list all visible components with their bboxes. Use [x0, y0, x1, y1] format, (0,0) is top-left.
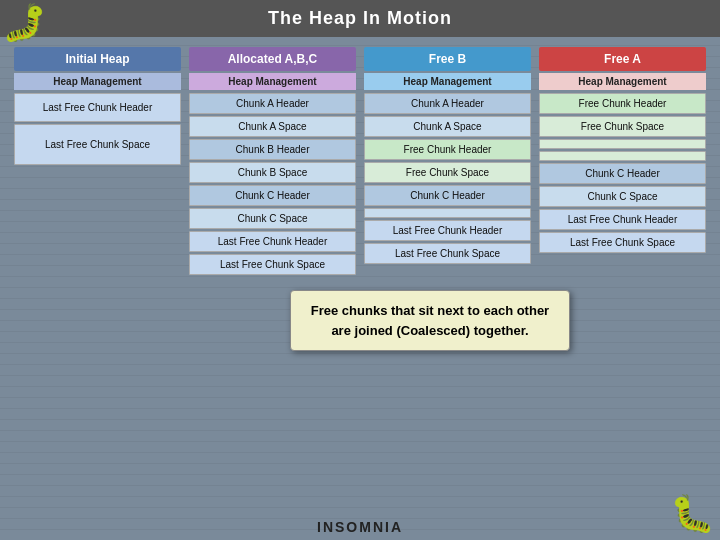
- cell-free-a-7: Last Free Chunk Space: [539, 232, 706, 253]
- cell-allocated-5: Chunk C Space: [189, 208, 356, 229]
- cell-allocated-3: Chunk B Space: [189, 162, 356, 183]
- column-allocated: Allocated A,B,CHeap ManagementChunk A He…: [189, 47, 356, 507]
- col-header-free-a: Free A: [539, 47, 706, 71]
- cell-free-b-7: Last Free Chunk Space: [364, 243, 531, 264]
- mgmt-bar-initial: Heap Management: [14, 73, 181, 90]
- cell-free-b-0: Chunk A Header: [364, 93, 531, 114]
- col-header-free-b: Free B: [364, 47, 531, 71]
- col-header-allocated: Allocated A,B,C: [189, 47, 356, 71]
- cell-allocated-4: Chunk C Header: [189, 185, 356, 206]
- mgmt-bar-free-b: Heap Management: [364, 73, 531, 90]
- main-content: Initial HeapHeap ManagementLast Free Chu…: [0, 37, 720, 507]
- title-bar: The Heap In Motion: [0, 0, 720, 37]
- column-initial: Initial HeapHeap ManagementLast Free Chu…: [14, 47, 181, 507]
- cell-free-b-1: Chunk A Space: [364, 116, 531, 137]
- cell-allocated-0: Chunk A Header: [189, 93, 356, 114]
- cell-free-b-6: Last Free Chunk Header: [364, 220, 531, 241]
- cell-free-a-4: Chunk C Header: [539, 163, 706, 184]
- column-free-a: Free AHeap ManagementFree Chunk HeaderFr…: [539, 47, 706, 507]
- footer-label: INSOMNIA: [0, 519, 720, 535]
- mgmt-bar-allocated: Heap Management: [189, 73, 356, 90]
- column-free-b: Free BHeap ManagementChunk A HeaderChunk…: [364, 47, 531, 507]
- cell-initial-1: Last Free Chunk Space: [14, 124, 181, 165]
- cell-initial-0: Last Free Chunk Header: [14, 93, 181, 122]
- cell-free-a-5: Chunk C Space: [539, 186, 706, 207]
- bug-icon-bottomright: 🐛: [670, 493, 715, 535]
- cell-allocated-1: Chunk A Space: [189, 116, 356, 137]
- cell-free-b-3: Free Chunk Space: [364, 162, 531, 183]
- cell-free-a-6: Last Free Chunk Header: [539, 209, 706, 230]
- tooltip: Free chunks that sit next to each other …: [290, 290, 570, 351]
- cell-allocated-2: Chunk B Header: [189, 139, 356, 160]
- cell-free-b-4: Chunk C Header: [364, 185, 531, 206]
- cell-free-a-2: [539, 139, 706, 149]
- cell-allocated-6: Last Free Chunk Header: [189, 231, 356, 252]
- page-title: The Heap In Motion: [268, 8, 452, 28]
- cell-free-a-3: [539, 151, 706, 161]
- cell-free-b-5: [364, 208, 531, 218]
- cell-allocated-7: Last Free Chunk Space: [189, 254, 356, 275]
- cell-free-a-1: Free Chunk Space: [539, 116, 706, 137]
- cell-free-b-2: Free Chunk Header: [364, 139, 531, 160]
- bug-icon-topleft: 🐛: [2, 2, 47, 44]
- mgmt-bar-free-a: Heap Management: [539, 73, 706, 90]
- cell-free-a-0: Free Chunk Header: [539, 93, 706, 114]
- col-header-initial: Initial Heap: [14, 47, 181, 71]
